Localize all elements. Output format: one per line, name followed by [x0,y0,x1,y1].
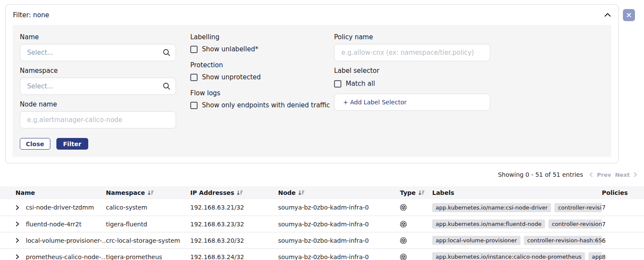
endpoints-table: Name Namespace IP Addresses Node Type La… [0,186,644,260]
endpoint-ip: 192.168.63.24/32 [190,254,278,260]
expand-row-chevron-icon[interactable] [15,254,26,260]
endpoint-name: local-volume-provisioner-… [26,237,106,244]
endpoint-node: soumya-bz-0zbo-kadm-infra-0 [278,221,400,228]
search-icon [163,82,170,90]
column-header-labels[interactable]: Labels [432,189,602,196]
show-unprotected-label[interactable]: Show unprotected [202,73,261,81]
endpoint-namespace: tigera-prometheus [106,254,190,260]
filter-panel-header: Filter: none [6,5,618,25]
endpoint-ip: 192.168.63.21/32 [190,204,278,211]
policy-name-field-label: Policy name [334,33,611,41]
namespace-select-input[interactable] [20,78,176,95]
prev-arrow-icon[interactable] [589,172,593,177]
column-header-ip-addresses[interactable]: IP Addresses [190,189,278,196]
x-icon [626,13,632,18]
endpoint-ip: 192.168.63.20/32 [190,237,278,244]
table-row: csi-node-driver-tzdmm calico-system 192.… [0,199,644,216]
filter-column-middle: Labelling Show unlabelled* Protection Sh… [190,32,334,150]
filter-column-right: Policy name Label selector Match all + A… [334,32,611,150]
show-unprotected-checkbox[interactable] [190,74,198,81]
expand-row-chevron-icon[interactable] [15,238,26,243]
match-all-checkbox[interactable] [334,80,341,88]
endpoint-name: csi-node-driver-tzdmm [26,204,106,211]
prev-page-button[interactable]: Prev [597,172,611,178]
table-row: prometheus-calico-node-… tigera-promethe… [0,248,644,260]
match-all-label[interactable]: Match all [346,80,375,88]
table-row: local-volume-provisioner-… crc-local-sto… [0,232,644,248]
show-unlabelled-checkbox[interactable] [190,46,198,53]
endpoint-name: prometheus-calico-node-… [26,254,106,260]
label-chip: app.kubernetes.io/name:fluentd-node [432,219,545,229]
name-select-input[interactable] [20,44,176,61]
pod-icon [400,237,432,244]
labelling-heading: Labelling [190,33,334,41]
sort-icon[interactable] [298,190,304,195]
labels-cell: app.kubernetes.io/name:csi-node-driver c… [432,203,602,212]
expand-row-chevron-icon[interactable] [15,221,26,227]
column-header-type[interactable]: Type [400,189,432,196]
sort-icon[interactable] [418,190,424,195]
name-field-label: Name [20,33,190,41]
column-header-name[interactable]: Name [15,189,106,196]
column-header-policies[interactable]: Policies [602,189,644,196]
endpoint-namespace: tigera-fluentd [106,221,190,228]
filter-title: Filter: none [13,11,49,19]
collapse-filter-button[interactable] [604,13,611,17]
denied-traffic-checkbox[interactable] [190,102,198,109]
protection-heading: Protection [190,61,334,69]
flow-logs-heading: Flow logs [190,89,334,97]
labels-cell: app.kubernetes.io/name:fluentd-node cont… [432,219,602,229]
endpoint-node: soumya-bz-0zbo-kadm-infra-0 [278,204,400,211]
policies-count: 6 [602,237,644,244]
sort-icon[interactable] [148,190,154,195]
column-header-node[interactable]: Node [278,189,400,196]
filter-panel: Filter: none Name Namespace [5,4,619,163]
column-header-namespace[interactable]: Namespace [106,189,190,196]
policies-count: 7 [602,221,644,228]
label-chip: app.… [588,252,602,260]
close-panel-button[interactable] [623,9,635,21]
pod-icon [400,221,432,228]
labels-cell: app:local-volume-provisioner controller-… [432,236,602,245]
node-name-field-label: Node name [20,100,190,108]
policies-count: 7 [602,204,644,211]
search-icon [163,49,170,56]
label-chip: controller-revision-hash:65… [524,236,602,245]
label-chip: app.kubernetes.io/instance:calico-node-p… [432,252,585,260]
filter-button[interactable]: Filter [56,138,88,150]
endpoint-name: fluentd-node-4rr2t [26,221,106,228]
policies-count: 8 [602,254,644,260]
namespace-field-label: Namespace [20,67,190,75]
label-chip: app.kubernetes.io/name:csi-node-driver [432,203,551,212]
filter-column-left: Name Namespace Node name Close Filt [20,32,190,150]
show-unlabelled-label[interactable]: Show unlabelled* [202,45,258,53]
endpoint-node: soumya-bz-0zbo-kadm-infra-0 [278,237,400,244]
policy-name-input[interactable] [334,44,490,61]
table-header-row: Name Namespace IP Addresses Node Type La… [0,186,644,199]
label-chip: app:local-volume-provisioner [432,236,520,245]
denied-traffic-label[interactable]: Show only endpoints with denied traffic [202,101,330,109]
close-button[interactable]: Close [20,138,50,150]
endpoint-namespace: calico-system [106,204,190,211]
entries-summary: Showing 0 - 51 of 51 entries [498,171,583,178]
expand-row-chevron-icon[interactable] [15,205,26,210]
label-selector-label: Label selector [334,67,611,75]
endpoint-ip: 192.168.63.23/32 [190,221,278,228]
label-chip: controller-revision-… [548,219,602,229]
node-name-input[interactable] [20,111,176,128]
pod-icon [400,204,432,211]
pagination-bar: Showing 0 - 51 of 51 entries Prev Next [498,171,637,178]
pod-icon [400,254,432,260]
add-label-selector-button[interactable]: + Add Label Selector [334,94,490,111]
labels-cell: app.kubernetes.io/instance:calico-node-p… [432,252,602,260]
filter-form: Name Namespace Node name Close Filt [12,25,611,157]
endpoint-node: soumya-bz-0zbo-kadm-infra-0 [278,254,400,260]
endpoint-namespace: crc-local-storage-system [106,237,190,244]
chevron-up-icon [604,13,611,17]
table-row: fluentd-node-4rr2t tigera-fluentd 192.16… [0,216,644,232]
label-chip: controller-revisi… [554,203,602,212]
sort-icon[interactable] [237,190,243,195]
next-arrow-icon[interactable] [634,172,637,177]
next-page-button[interactable]: Next [615,172,630,178]
